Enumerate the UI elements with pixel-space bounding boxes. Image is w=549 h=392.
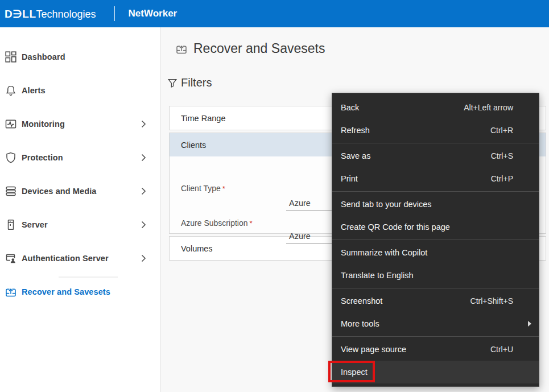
filter-funnel-icon <box>167 78 178 88</box>
azure-subscription-value: Azure <box>289 232 311 241</box>
menu-item-more-tools[interactable]: More tools <box>332 312 539 335</box>
accordion-label: Volumes <box>181 244 213 253</box>
menu-separator <box>332 288 539 288</box>
sidebar-item-recover-and-savesets[interactable]: Recover and Savesets <box>0 275 160 308</box>
top-header: D∋LLTechnologies NetWorker <box>0 0 549 27</box>
menu-item-save-as[interactable]: Save as Ctrl+S <box>332 145 539 167</box>
technologies-logo-text: Technologies <box>36 9 96 20</box>
recover-icon <box>5 286 16 298</box>
chevron-right-icon <box>141 221 146 229</box>
dell-technologies-logo[interactable]: D∋LLTechnologies <box>5 7 96 20</box>
client-type-label: Client Type* <box>181 184 225 193</box>
sidebar-item-protection[interactable]: Protection <box>0 141 160 174</box>
sidebar-item-label: Server <box>22 220 48 229</box>
menu-item-refresh[interactable]: Refresh Ctrl+R <box>332 119 539 142</box>
monitoring-icon <box>5 118 16 130</box>
submenu-arrow-icon <box>528 321 531 327</box>
shortcut-text: Ctrl+R <box>490 126 539 135</box>
shortcut-text: Ctrl+Shift+S <box>470 296 539 306</box>
sidebar-item-label: Recover and Savesets <box>22 287 110 296</box>
recover-icon <box>176 43 187 55</box>
menu-item-translate-to-english[interactable]: Translate to English <box>332 264 539 287</box>
sidebar-item-monitoring[interactable]: Monitoring <box>0 107 160 141</box>
sidebar-item-authentication-server[interactable]: Authentication Server <box>0 241 160 275</box>
shortcut-text: Ctrl+U <box>490 345 539 354</box>
menu-item-back[interactable]: Back Alt+Left arrow <box>332 96 539 119</box>
required-marker: * <box>250 219 253 228</box>
shortcut-text: Ctrl+S <box>491 151 539 160</box>
dashboard-icon <box>5 51 16 63</box>
menu-item-summarize-with-copilot[interactable]: Summarize with Copilot <box>332 241 539 264</box>
chevron-right-icon <box>141 254 146 262</box>
menu-item-view-page-source[interactable]: View page source Ctrl+U <box>332 338 539 361</box>
sidebar-nav: Dashboard Alerts Monitoring <box>0 27 161 392</box>
accordion-label: Clients <box>181 141 206 150</box>
header-divider <box>114 6 115 21</box>
chevron-right-icon <box>141 120 146 128</box>
sidebar-item-label: Monitoring <box>22 119 65 129</box>
menu-separator <box>332 240 539 240</box>
shortcut-text: Ctrl+P <box>491 174 539 183</box>
menu-item-screenshot[interactable]: Screenshot Ctrl+Shift+S <box>332 290 539 312</box>
sidebar-item-label: Authentication Server <box>22 254 109 263</box>
sidebar-item-label: Alerts <box>22 86 46 95</box>
chevron-right-icon <box>141 154 146 162</box>
azure-subscription-label: Azure Subscription* <box>181 218 253 228</box>
menu-item-print[interactable]: Print Ctrl+P <box>332 167 539 190</box>
server-icon <box>5 218 16 230</box>
page-title-text: Recover and Savesets <box>193 41 325 56</box>
product-name: NetWorker <box>129 8 178 19</box>
client-type-value: Azure <box>289 199 311 208</box>
devices-icon <box>5 185 16 197</box>
shortcut-text: Alt+Left arrow <box>464 103 539 112</box>
menu-item-send-tab-to-devices[interactable]: Send tab to your devices <box>332 193 539 216</box>
sidebar-item-label: Devices and Media <box>22 187 96 196</box>
menu-separator <box>332 191 539 192</box>
bell-icon <box>5 84 16 96</box>
shield-icon <box>5 151 16 163</box>
sidebar-divider <box>59 277 118 278</box>
page-title: Recover and Savesets <box>176 41 325 56</box>
sidebar-item-label: Dashboard <box>22 52 65 61</box>
sidebar-item-server[interactable]: Server <box>0 208 160 241</box>
required-marker: * <box>222 184 225 193</box>
filters-heading: Filters <box>167 76 212 89</box>
menu-separator <box>332 336 539 337</box>
browser-context-menu: Back Alt+Left arrow Refresh Ctrl+R Save … <box>332 93 539 387</box>
auth-server-icon <box>5 252 16 264</box>
menu-item-inspect[interactable]: Inspect <box>332 361 539 383</box>
sidebar-item-alerts[interactable]: Alerts <box>0 73 160 107</box>
accordion-label: Time Range <box>181 114 225 123</box>
sidebar-item-devices-and-media[interactable]: Devices and Media <box>0 174 160 208</box>
sidebar-item-label: Protection <box>22 153 63 162</box>
filters-heading-text: Filters <box>181 76 212 89</box>
dell-logo-text: D∋LL <box>5 7 36 20</box>
sidebar-item-dashboard[interactable]: Dashboard <box>0 40 160 73</box>
app-window: D∋LLTechnologies NetWorker Dashboard Al <box>0 0 549 392</box>
menu-item-create-qr-code[interactable]: Create QR Code for this page <box>332 216 539 238</box>
menu-separator <box>332 143 539 143</box>
chevron-right-icon <box>141 187 146 195</box>
